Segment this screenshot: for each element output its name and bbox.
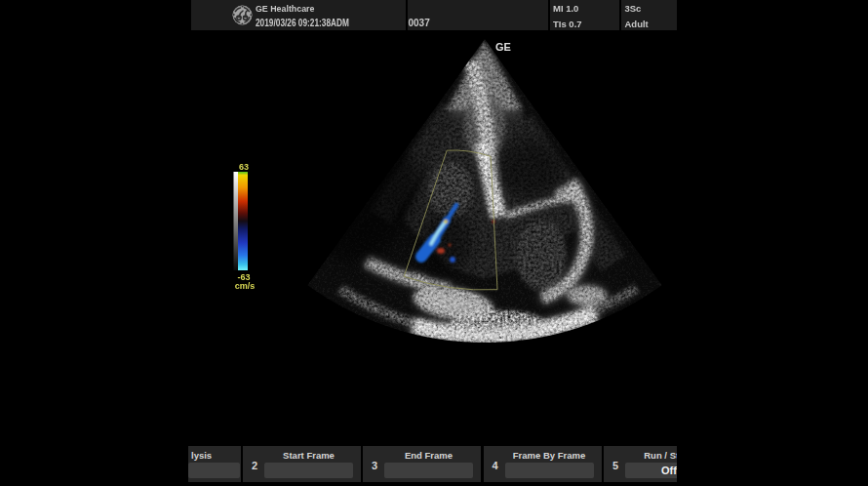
svg-text:cm/s: cm/s	[235, 281, 256, 291]
svg-text:63: 63	[239, 162, 249, 172]
svg-text:GE: GE	[495, 41, 511, 53]
